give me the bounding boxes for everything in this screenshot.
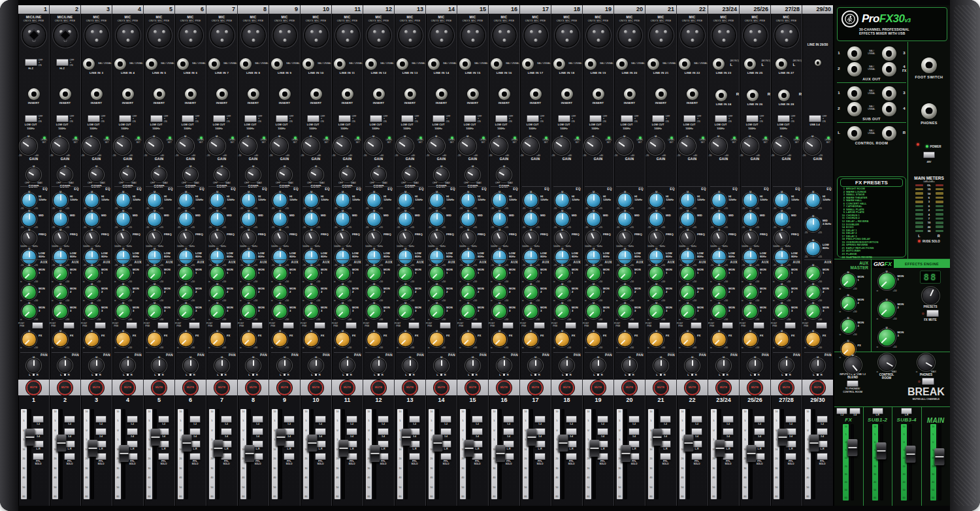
aux-fx-knob[interactable]: [806, 333, 820, 346]
mute-button[interactable]: MUTE: [310, 382, 322, 394]
low-cut-switch[interactable]: [652, 115, 664, 122]
pan-knob[interactable]: [403, 359, 417, 372]
pfl-solo-button[interactable]: [409, 453, 420, 460]
eq-freq-knob[interactable]: [649, 231, 663, 245]
gain-knob[interactable]: [52, 138, 68, 154]
pre-post-switch[interactable]: [157, 322, 169, 329]
pre-post-switch[interactable]: [189, 322, 200, 329]
assign-1-2-button[interactable]: [346, 416, 357, 423]
eq-freq-knob[interactable]: [54, 231, 67, 245]
pre-post-switch[interactable]: [722, 322, 733, 329]
aux-mon1-knob[interactable]: [775, 267, 789, 280]
mute-button[interactable]: MUTE: [435, 382, 448, 394]
fader-track[interactable]: [749, 409, 753, 499]
mute-button[interactable]: MUTE: [59, 382, 71, 394]
low-cut-switch[interactable]: [683, 115, 696, 122]
pre-post-switch[interactable]: [440, 322, 451, 329]
assign-1-2-button[interactable]: [378, 416, 389, 423]
gain-knob[interactable]: [208, 138, 225, 154]
low-cut-switch[interactable]: [433, 115, 445, 122]
assign-3-4-button[interactable]: [691, 428, 702, 435]
eq-freq-knob[interactable]: [555, 231, 569, 245]
fader-cap[interactable]: [25, 429, 35, 446]
fader-track[interactable]: [561, 409, 564, 499]
low-cut-switch[interactable]: [777, 115, 790, 122]
gain-knob[interactable]: [397, 138, 413, 154]
pan-knob[interactable]: [685, 359, 699, 372]
eq-mid-knob[interactable]: [54, 212, 67, 226]
fader-cap[interactable]: [213, 440, 223, 457]
comp-knob[interactable]: [58, 168, 72, 182]
aux-fx-knob[interactable]: [242, 333, 255, 346]
eq-hi-knob[interactable]: [461, 193, 475, 207]
mute-button[interactable]: MUTE: [278, 382, 291, 394]
eq-mid-knob[interactable]: [587, 212, 600, 226]
aux-mon3-knob[interactable]: [649, 305, 663, 318]
gain-knob[interactable]: [428, 138, 444, 154]
gain-knob[interactable]: [114, 138, 131, 154]
eq-freq-knob[interactable]: [148, 231, 161, 245]
assign-1-2-button[interactable]: [64, 416, 75, 423]
aux-mon2-knob[interactable]: [336, 286, 350, 299]
aux-mon2-knob[interactable]: [242, 286, 255, 299]
aux-fx-knob[interactable]: [116, 333, 130, 346]
pan-knob[interactable]: [278, 359, 291, 372]
pan-knob[interactable]: [27, 359, 41, 372]
master-fader-cap[interactable]: [847, 439, 857, 456]
aux-mon2-knob[interactable]: [524, 286, 538, 299]
fader-track[interactable]: [467, 409, 470, 499]
aux-mon2-knob[interactable]: [54, 286, 67, 299]
mute-button[interactable]: MUTE: [655, 382, 667, 394]
gain-knob[interactable]: [742, 138, 758, 154]
fader-cap[interactable]: [182, 435, 191, 452]
pan-knob[interactable]: [779, 359, 793, 372]
eq-mid-knob[interactable]: [649, 212, 663, 226]
fader-cap[interactable]: [589, 440, 599, 457]
assign-1-2-button[interactable]: [534, 416, 546, 423]
eq-hi-knob[interactable]: [242, 193, 255, 207]
fader-track[interactable]: [781, 409, 784, 499]
fader-track[interactable]: [655, 409, 659, 499]
mute-button[interactable]: MUTE: [811, 382, 824, 394]
assign-3-4-button[interactable]: [597, 428, 608, 435]
eq-mid-knob[interactable]: [273, 212, 287, 226]
aux-mon1-knob[interactable]: [179, 267, 193, 280]
usb-3-4-switch[interactable]: [809, 115, 821, 122]
aux-fx-knob[interactable]: [712, 333, 726, 346]
mute-button[interactable]: MUTE: [466, 382, 479, 394]
pre-post-switch[interactable]: [785, 322, 796, 329]
low-cut-switch[interactable]: [401, 115, 414, 122]
aux-mon3-knob[interactable]: [461, 305, 475, 318]
gigfx-mon2-knob[interactable]: [879, 301, 895, 318]
aux-mon3-knob[interactable]: [273, 305, 287, 318]
comp-knob[interactable]: [466, 168, 480, 182]
assign-3-4-button[interactable]: [723, 428, 734, 435]
aux-mon3-knob[interactable]: [493, 305, 506, 318]
pan-knob[interactable]: [152, 359, 166, 372]
aux-mon2-knob[interactable]: [399, 286, 412, 299]
aux-mon2-knob[interactable]: [649, 286, 663, 299]
aux-mon3-knob[interactable]: [743, 305, 757, 318]
pre-post-switch[interactable]: [95, 322, 106, 329]
aux-mon1-knob[interactable]: [712, 267, 726, 280]
master-fader-track[interactable]: [851, 424, 854, 501]
assign-3-4-button[interactable]: [95, 428, 106, 435]
aux-mon3-knob[interactable]: [304, 305, 318, 318]
comp-knob[interactable]: [278, 168, 291, 182]
aux-fx-knob[interactable]: [618, 333, 632, 346]
aux-fx-knob[interactable]: [743, 333, 757, 346]
low-cut-switch[interactable]: [715, 115, 727, 122]
eq-mid-knob[interactable]: [461, 212, 475, 226]
mute-button[interactable]: MUTE: [184, 382, 197, 394]
pan-knob[interactable]: [717, 359, 730, 372]
gigfx-mon1-knob[interactable]: [879, 273, 895, 289]
eq-mid-knob[interactable]: [555, 212, 569, 226]
aux-mon3-knob[interactable]: [367, 305, 381, 318]
eq-hi-knob[interactable]: [743, 193, 757, 207]
aux-master-mon1-knob[interactable]: [841, 274, 855, 288]
aux-mon3-knob[interactable]: [336, 305, 350, 318]
pfl-solo-button[interactable]: [440, 453, 451, 460]
eq-freq-knob[interactable]: [681, 231, 694, 245]
aux-mon1-knob[interactable]: [210, 267, 224, 280]
fader-track[interactable]: [216, 409, 220, 499]
